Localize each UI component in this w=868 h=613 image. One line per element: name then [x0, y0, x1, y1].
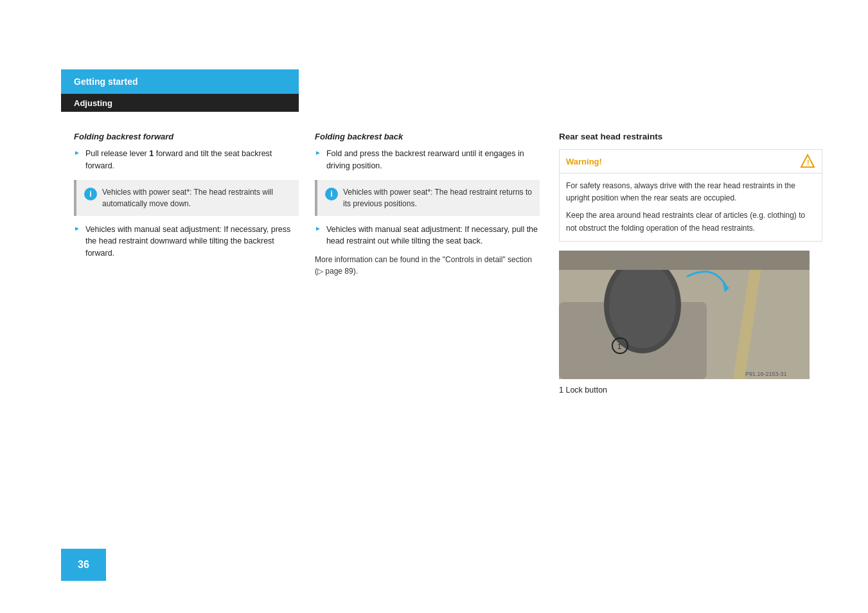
left-bullet-2: ► Vehicles with manual seat adjustment: …	[74, 224, 299, 260]
subheader-title: Adjusting	[74, 98, 112, 108]
left-column: Folding backrest forward ► Pull release …	[74, 132, 299, 266]
caption-text: 1 Lock button	[559, 386, 607, 395]
mid-bullet-2: ► Vehicles with manual seat adjustment: …	[315, 224, 540, 248]
warning-triangle-icon: !	[800, 154, 815, 169]
left-info-box-1: i Vehicles with power seat*: The head re…	[74, 180, 299, 216]
header-bar: Getting started	[61, 69, 299, 94]
warning-body: For safety reasons, always drive with th…	[560, 173, 822, 241]
car-image: 1 P91.16-2153-31	[559, 251, 810, 379]
info-icon-2: i	[325, 188, 338, 200]
right-column: Rear seat head restraints Warning! ! For…	[559, 132, 822, 395]
info-icon-1: i	[84, 188, 97, 200]
left-bullet-1: ► Pull release lever 1 forward and tilt …	[74, 148, 299, 172]
mid-info-box-1: i Vehicles with power seat*: The head re…	[315, 180, 540, 216]
mid-more-info: More information can be found in the "Co…	[315, 254, 540, 277]
svg-point-5	[609, 262, 676, 348]
car-image-svg: 1 P91.16-2153-31	[559, 251, 810, 379]
mid-bullet-arrow-1: ►	[315, 149, 321, 156]
bullet-arrow-icon-2: ►	[74, 225, 80, 232]
bullet-arrow-icon: ►	[74, 149, 80, 156]
header-title: Getting started	[74, 76, 138, 87]
subheader-bar: Adjusting	[61, 94, 299, 112]
right-heading: Rear seat head restraints	[559, 132, 822, 141]
warning-box: Warning! ! For safety reasons, always dr…	[559, 149, 822, 242]
svg-text:1: 1	[617, 342, 621, 350]
page-container: Getting started Adjusting Folding backre…	[0, 0, 868, 613]
page-number-box: 36	[61, 549, 106, 581]
mid-bullet-arrow-2: ►	[315, 225, 321, 232]
mid-section-heading: Folding backrest back	[315, 132, 540, 141]
svg-text:!: !	[807, 159, 810, 166]
warning-text-1: For safety reasons, always drive with th…	[566, 180, 815, 204]
page-number: 36	[78, 559, 89, 571]
svg-text:P91.16-2153-31: P91.16-2153-31	[745, 371, 787, 377]
left-info-text-1: Vehicles with power seat*: The head rest…	[102, 186, 291, 209]
mid-bullet-1: ► Fold and press the backrest rearward u…	[315, 148, 540, 172]
left-bullet-2-text: Vehicles with manual seat adjustment: If…	[85, 224, 299, 260]
warning-text-2: Keep the area around head restraints cle…	[566, 209, 815, 234]
warning-header: Warning! !	[560, 150, 822, 173]
image-caption: 1 Lock button	[559, 386, 822, 395]
left-section-heading: Folding backrest forward	[74, 132, 299, 141]
left-bullet-1-text: Pull release lever 1 forward and tilt th…	[85, 148, 299, 172]
mid-column: Folding backrest back ► Fold and press t…	[315, 132, 540, 277]
mid-info-text-1: Vehicles with power seat*: The head rest…	[343, 186, 532, 209]
mid-bullet-2-text: Vehicles with manual seat adjustment: If…	[326, 224, 540, 248]
svg-rect-7	[559, 251, 810, 270]
mid-bullet-1-text: Fold and press the backrest rearward unt…	[326, 148, 540, 172]
warning-label: Warning!	[566, 157, 602, 166]
